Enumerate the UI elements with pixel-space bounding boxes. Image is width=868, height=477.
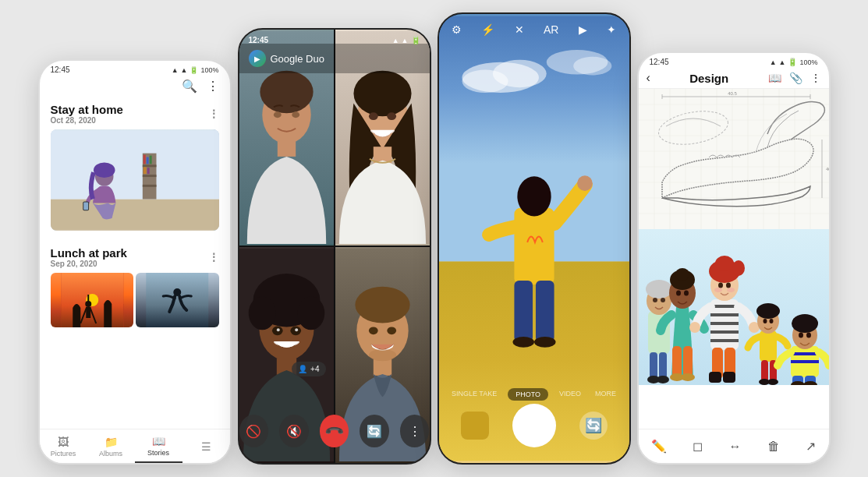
mode-more[interactable]: MORE bbox=[592, 388, 619, 401]
svg-rect-1 bbox=[51, 130, 219, 199]
svg-point-144 bbox=[767, 379, 778, 385]
mute-button[interactable]: 🔇 bbox=[279, 415, 309, 447]
notes-toolbar: ‹ Design 📖 📎 ⋮ bbox=[639, 68, 829, 89]
svg-rect-29 bbox=[277, 141, 295, 157]
svg-text:40.5: 40.5 bbox=[826, 167, 829, 171]
phone-camera: ⚙ ⚡ ✕ AR ▶ ✦ SINGLE TAKE PHOTO VIDEO MOR… bbox=[438, 12, 631, 465]
notes-bottom-tools: ✏️ ◻ ↔ 🗑 ↗ bbox=[639, 429, 829, 463]
svg-point-14 bbox=[93, 162, 114, 178]
nav-stories[interactable]: 📖 Stories bbox=[135, 429, 182, 463]
status-bar-gallery: 12:45 ▲ ▲ 🔋 100% bbox=[40, 61, 230, 76]
stories-icon: 📖 bbox=[152, 435, 165, 447]
more-options-icon: ⋮ bbox=[409, 424, 421, 439]
duo-controls: 🚫 🔇 📞 🔄 ⋮ bbox=[239, 415, 430, 447]
gallery-thumb[interactable] bbox=[461, 412, 489, 440]
album-name-1: Stay at home bbox=[51, 103, 123, 116]
more-options-button[interactable]: ⋮ bbox=[400, 415, 430, 447]
video-off-icon: 🚫 bbox=[246, 424, 261, 439]
svg-rect-135 bbox=[723, 372, 735, 383]
album-more-2[interactable]: ⋮ bbox=[208, 251, 219, 263]
album-lunch-park: Lunch at park Sep 20, 2020 ⋮ bbox=[40, 240, 230, 334]
flip-camera-btn[interactable]: 🔄 bbox=[579, 412, 608, 440]
pen-tool[interactable]: ✏️ bbox=[651, 439, 667, 454]
notes-wifi-icon: ▲ bbox=[779, 58, 786, 66]
duo-logo: ▶ Google Duo bbox=[249, 50, 324, 67]
svg-rect-66 bbox=[535, 281, 554, 342]
notes-more-icon[interactable]: ⋮ bbox=[810, 72, 821, 84]
notes-battery-pct: 100% bbox=[799, 58, 817, 66]
settings-icon[interactable]: ⚙ bbox=[452, 23, 462, 36]
effects-icon[interactable]: ✦ bbox=[607, 23, 616, 36]
svg-rect-8 bbox=[149, 156, 151, 164]
wifi-icon: ▲ bbox=[172, 66, 179, 74]
toolbar-icons: 🔍 ⋮ bbox=[182, 79, 219, 94]
book-icon[interactable]: 📖 bbox=[768, 72, 781, 84]
svg-point-30 bbox=[273, 111, 281, 118]
mode-photo[interactable]: PHOTO bbox=[508, 388, 548, 401]
flash-off-icon[interactable]: ✕ bbox=[515, 23, 524, 36]
svg-point-138 bbox=[756, 303, 780, 319]
svg-rect-146 bbox=[791, 352, 819, 355]
svg-point-100 bbox=[646, 280, 672, 299]
back-button[interactable]: ‹ bbox=[647, 71, 650, 85]
end-call-icon: 📞 bbox=[324, 420, 345, 442]
shutter-button[interactable] bbox=[512, 404, 556, 447]
shoe-sketch: 40.5 40.5 bbox=[639, 89, 829, 229]
duo-wifi-icon: ▲ bbox=[402, 37, 409, 44]
svg-point-37 bbox=[387, 112, 396, 120]
pictures-icon: 🖼 bbox=[58, 436, 69, 448]
eraser-tool[interactable]: ◻ bbox=[693, 439, 703, 454]
notes-status-bar: 12:45 ▲ ▲ 🔋 100% bbox=[639, 53, 829, 68]
duo-time: 12:45 bbox=[249, 36, 269, 44]
video-icon[interactable]: ▶ bbox=[579, 23, 587, 36]
notes-status-icons: ▲ ▲ 🔋 100% bbox=[770, 58, 818, 66]
svg-point-60 bbox=[573, 57, 611, 76]
select-tool[interactable]: ↔ bbox=[728, 440, 741, 454]
avatars-area bbox=[639, 229, 829, 385]
girl-illustration bbox=[51, 129, 219, 231]
attachment-icon[interactable]: 📎 bbox=[789, 72, 802, 84]
battery-pct: 100% bbox=[200, 66, 218, 74]
album-date-1: Oct 28, 2020 bbox=[51, 116, 123, 125]
svg-point-140 bbox=[769, 319, 773, 323]
svg-rect-141 bbox=[761, 360, 768, 382]
nav-pictures[interactable]: 🖼 Pictures bbox=[40, 429, 87, 463]
flip-camera-button[interactable]: 🔄 bbox=[360, 415, 389, 447]
search-icon[interactable]: 🔍 bbox=[182, 79, 197, 94]
svg-point-34 bbox=[353, 71, 411, 117]
duo-header: ▶ Google Duo bbox=[239, 44, 430, 73]
more-icon[interactable]: ⋮ bbox=[207, 79, 219, 94]
mode-video[interactable]: VIDEO bbox=[556, 388, 584, 401]
album-more-1[interactable]: ⋮ bbox=[208, 108, 219, 120]
nav-menu[interactable]: ☰ bbox=[182, 429, 230, 463]
camera-bg: ⚙ ⚡ ✕ AR ▶ ✦ SINGLE TAKE PHOTO VIDEO MOR… bbox=[439, 14, 629, 463]
status-count: +4 bbox=[310, 365, 319, 373]
nav-albums[interactable]: 📁 Albums bbox=[87, 429, 135, 463]
video-off-button[interactable]: 🚫 bbox=[239, 415, 269, 447]
flip-icon: 🔄 bbox=[585, 417, 602, 434]
svg-rect-0 bbox=[51, 200, 219, 230]
delete-tool[interactable]: 🗑 bbox=[767, 440, 780, 454]
status-icons-gallery: ▲ ▲ 🔋 100% bbox=[172, 66, 219, 74]
share-tool[interactable]: ↗ bbox=[806, 439, 816, 454]
mute-icon: 🔇 bbox=[286, 424, 302, 439]
svg-rect-147 bbox=[791, 360, 819, 363]
notes-signal-icon: ▲ bbox=[770, 58, 777, 66]
album-stay-at-home: Stay at home Oct 28, 2020 ⋮ bbox=[40, 97, 230, 237]
flip-icon: 🔄 bbox=[367, 424, 382, 439]
svg-rect-24 bbox=[146, 273, 208, 327]
svg-rect-119 bbox=[710, 322, 739, 325]
call-status-badge: 👤 +4 bbox=[292, 362, 325, 376]
svg-point-125 bbox=[732, 260, 745, 276]
svg-point-28 bbox=[260, 71, 313, 114]
svg-point-127 bbox=[726, 283, 731, 288]
status-icon: 👤 bbox=[298, 365, 307, 373]
phone-duo: 12:45 ▲ ▲ 🔋 ▶ Google Duo bbox=[238, 28, 431, 465]
end-call-button[interactable]: 📞 bbox=[320, 415, 349, 447]
notes-time: 12:45 bbox=[650, 58, 669, 66]
mode-single-take[interactable]: SINGLE TAKE bbox=[448, 388, 500, 401]
duo-battery-icon: 🔋 bbox=[411, 36, 420, 44]
ar-icon[interactable]: AR bbox=[544, 23, 558, 36]
flash-icon[interactable]: ⚡ bbox=[481, 23, 494, 36]
svg-point-53 bbox=[387, 327, 396, 334]
